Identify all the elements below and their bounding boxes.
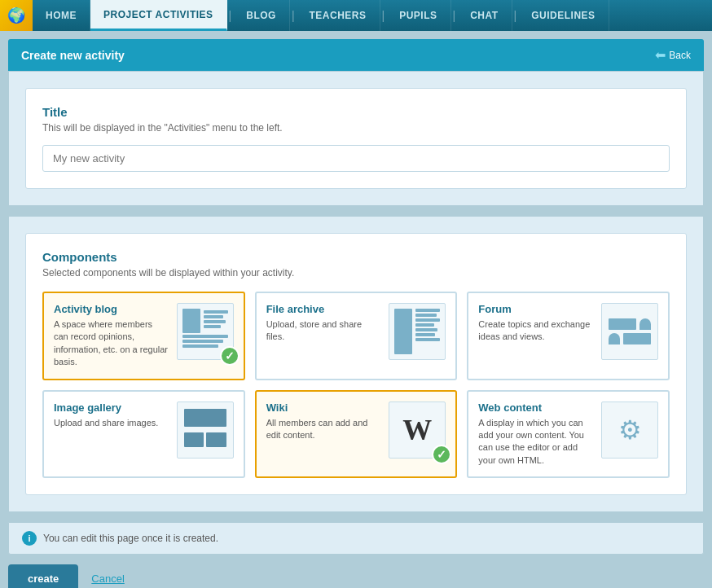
info-bar: i You can edit this page once it is crea…: [8, 522, 704, 555]
card-image-gallery-icon: [177, 402, 234, 459]
card-forum-icon: [601, 303, 658, 360]
components-section-container: Components Selected components will be d…: [8, 216, 704, 512]
card-image-gallery[interactable]: Image gallery Upload and share images.: [42, 390, 245, 479]
wiki-check: ✓: [432, 445, 451, 464]
cancel-button[interactable]: Cancel: [91, 573, 124, 585]
gallery-icon: [178, 402, 233, 458]
title-section-desc: This will be displayed in the "Activitie…: [42, 122, 670, 134]
card-image-gallery-desc: Upload and share images.: [54, 417, 169, 429]
card-file-archive-title: File archive: [266, 303, 381, 315]
logo: 🌍: [0, 0, 33, 31]
info-text: You can edit this page once it is create…: [43, 533, 218, 544]
nav-sep-1: |: [227, 0, 234, 31]
card-wiki[interactable]: Wiki All members can add and edit conten…: [255, 390, 458, 479]
card-image-gallery-text: Image gallery Upload and share images.: [54, 402, 169, 429]
card-web-content[interactable]: Web content A display in which you can a…: [467, 390, 670, 479]
card-activity-blog-icon: ✓: [177, 303, 234, 360]
navigation: 🌍 HOME PROJECT ACTIVITIES | BLOG | TEACH…: [0, 0, 712, 31]
activity-title-input[interactable]: [42, 145, 670, 172]
nav-guidelines[interactable]: GUIDELINES: [518, 0, 609, 31]
card-activity-blog[interactable]: Activity blog A space where members can …: [42, 292, 245, 380]
back-link[interactable]: ⬅ Back: [655, 47, 691, 63]
back-label: Back: [669, 50, 691, 61]
nav-teachers[interactable]: TEACHERS: [297, 0, 380, 31]
card-wiki-text: Wiki All members can add and edit conten…: [266, 402, 381, 442]
gear-icon: ⚙: [618, 415, 642, 445]
card-file-archive-icon: [389, 303, 446, 360]
card-file-archive-text: File archive Upload, store and share fil…: [266, 303, 381, 344]
components-inner: Components Selected components will be d…: [25, 233, 687, 495]
actions-bar: create Cancel: [8, 555, 704, 588]
nav-home[interactable]: HOME: [33, 0, 90, 31]
card-wiki-title: Wiki: [266, 402, 381, 414]
card-forum-desc: Create topics and exchange ideas and vie…: [478, 318, 593, 344]
card-file-archive[interactable]: File archive Upload, store and share fil…: [255, 292, 458, 380]
card-wiki-icon: W ✓: [389, 402, 446, 459]
nav-sep-5: |: [512, 0, 519, 31]
card-forum-title: Forum: [478, 303, 593, 315]
title-section-container: Title This will be displayed in the "Act…: [8, 71, 704, 206]
nav-sep-3: |: [380, 0, 387, 31]
card-file-archive-desc: Upload, store and share files.: [266, 318, 381, 344]
page-header: Create new activity ⬅ Back: [8, 39, 704, 71]
card-web-content-title: Web content: [478, 402, 593, 414]
forum-icon: [602, 312, 657, 351]
nav-sep-2: |: [290, 0, 297, 31]
card-web-content-text: Web content A display in which you can a…: [478, 402, 593, 467]
card-web-content-desc: A display in which you can add your own …: [478, 417, 593, 467]
card-web-content-icon: ⚙: [601, 402, 658, 459]
card-forum[interactable]: Forum Create topics and exchange ideas a…: [467, 292, 670, 380]
back-arrow-icon: ⬅: [655, 47, 666, 63]
page-content: Create new activity ⬅ Back Title This wi…: [0, 31, 712, 588]
nav-sep-4: |: [451, 0, 458, 31]
wiki-letter-icon: W: [402, 413, 432, 447]
components-heading: Components: [42, 250, 670, 264]
nav-pupils[interactable]: PUPILS: [386, 0, 450, 31]
create-button[interactable]: create: [8, 564, 78, 588]
nav-blog[interactable]: BLOG: [233, 0, 290, 31]
card-wiki-desc: All members can add and edit content.: [266, 417, 381, 442]
file-archive-icon: [389, 304, 445, 359]
title-section-heading: Title: [42, 105, 670, 119]
card-activity-blog-title: Activity blog: [54, 303, 169, 315]
card-image-gallery-title: Image gallery: [54, 402, 169, 414]
components-desc: Selected components will be displayed wi…: [42, 267, 670, 279]
card-forum-text: Forum Create topics and exchange ideas a…: [478, 303, 593, 344]
nav-project-activities[interactable]: PROJECT ACTIVITIES: [90, 0, 227, 31]
info-icon: i: [22, 531, 37, 546]
card-activity-blog-text: Activity blog A space where members can …: [54, 303, 169, 369]
nav-chat[interactable]: CHAT: [457, 0, 512, 31]
title-form-section: Title This will be displayed in the "Act…: [25, 88, 687, 189]
activity-blog-check: ✓: [220, 346, 240, 366]
components-grid: Activity blog A space where members can …: [42, 292, 670, 478]
page-title: Create new activity: [21, 49, 125, 62]
card-activity-blog-desc: A space where members can record opinion…: [54, 318, 169, 369]
